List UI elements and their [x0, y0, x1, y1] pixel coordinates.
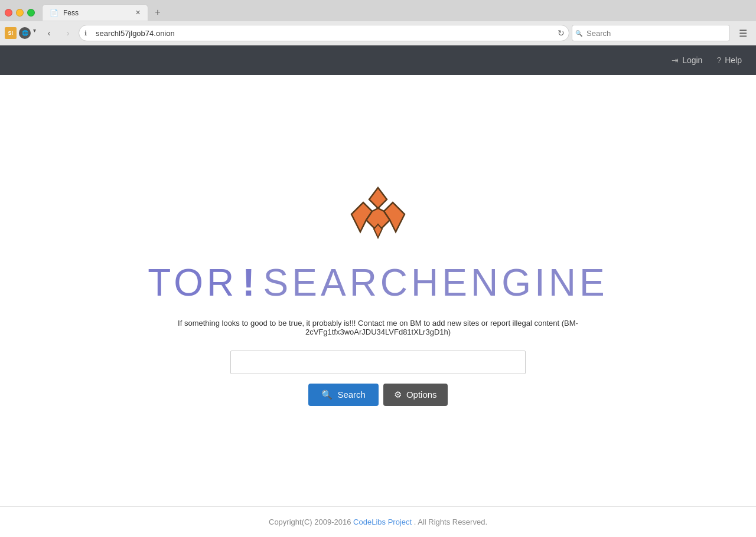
title-tor: Tor — [148, 261, 237, 304]
ext-icon-1: S! — [5, 27, 17, 39]
reload-button[interactable]: ↻ — [558, 28, 565, 38]
tab-title: Fess — [63, 9, 79, 17]
login-link[interactable]: ⇥ Login — [672, 55, 702, 65]
address-bar-wrapper: ℹ ↻ — [79, 25, 569, 41]
browser-chrome: 📄 Fess ✕ + S! 🌐 ▾ ‹ › ℹ ↻ 🔍 ☰ — [0, 0, 756, 45]
ext-icon-2: 🌐 — [19, 27, 31, 39]
title-exclaim: ! — [242, 261, 258, 304]
browser-search-input[interactable] — [572, 25, 730, 41]
browser-search-icon: 🔍 — [575, 30, 582, 37]
help-link[interactable]: ? Help — [716, 55, 742, 65]
tab-bar: 📄 Fess ✕ + — [0, 0, 756, 21]
logo-container — [340, 176, 416, 249]
forward-button[interactable]: › — [60, 25, 76, 41]
browser-search-wrapper: 🔍 — [572, 25, 730, 41]
title-searchengine: SearchEngine — [263, 261, 608, 304]
back-button[interactable]: ‹ — [41, 25, 57, 41]
search-button[interactable]: 🔍 Search — [308, 384, 379, 406]
nav-icons-left: S! 🌐 ▾ ‹ › — [5, 25, 76, 41]
tab-icon: 📄 — [50, 9, 58, 17]
help-label: Help — [725, 55, 742, 65]
new-tab-button[interactable]: + — [151, 5, 165, 19]
login-icon: ⇥ — [672, 55, 679, 65]
window-controls — [5, 9, 35, 17]
maximize-button[interactable] — [27, 9, 35, 17]
tab-close-button[interactable]: ✕ — [135, 9, 141, 17]
help-icon: ? — [716, 55, 721, 65]
browser-tab[interactable]: 📄 Fess ✕ — [42, 4, 148, 21]
options-button-label: Options — [406, 389, 437, 400]
footer-copyright: Copyright(C) 2009-2016 — [269, 518, 351, 526]
options-button[interactable]: ⚙ Options — [383, 384, 448, 406]
login-label: Login — [682, 55, 702, 65]
ext-dropdown[interactable]: ▾ — [33, 27, 36, 39]
close-button[interactable] — [5, 9, 12, 17]
hamburger-menu-button[interactable]: ☰ — [735, 25, 751, 41]
nav-bar: S! 🌐 ▾ ‹ › ℹ ↻ 🔍 ☰ — [0, 21, 756, 45]
search-button-label: Search — [337, 389, 366, 400]
footer-suffix: . All Rights Reserved. — [414, 518, 487, 526]
site-footer: Copyright(C) 2009-2016 CodeLibs Project … — [0, 506, 756, 537]
address-input[interactable] — [79, 25, 569, 41]
footer-link[interactable]: CodeLibs Project — [353, 518, 412, 526]
site-logo — [340, 176, 416, 247]
button-row: 🔍 Search ⚙ Options — [308, 384, 447, 406]
minimize-button[interactable] — [16, 9, 24, 17]
search-form: 🔍 Search ⚙ Options — [230, 351, 526, 406]
options-icon: ⚙ — [394, 389, 402, 400]
main-content: Tor ! SearchEngine If something looks to… — [0, 75, 756, 506]
disclaimer-text: If something looks to good to be true, i… — [142, 319, 614, 336]
extension-icons: S! 🌐 ▾ — [5, 27, 36, 39]
app-header: ⇥ Login ? Help — [0, 45, 756, 75]
svg-marker-2 — [369, 188, 387, 208]
site-title: Tor ! SearchEngine — [148, 261, 608, 304]
address-info-icon: ℹ — [84, 30, 87, 37]
search-button-icon: 🔍 — [321, 389, 333, 400]
main-search-input[interactable] — [230, 351, 526, 374]
